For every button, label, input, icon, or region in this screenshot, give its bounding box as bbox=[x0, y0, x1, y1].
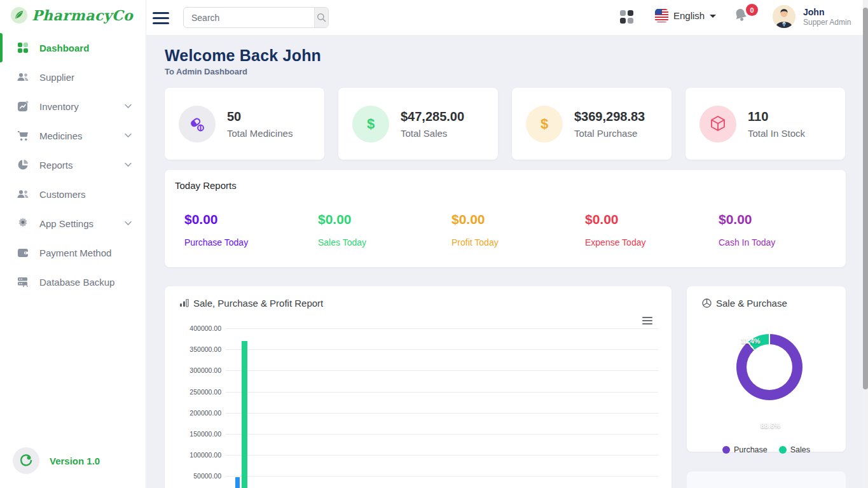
legend-dot-purchase bbox=[722, 446, 730, 454]
today-item-cash-in: $0.00 Cash In Today bbox=[719, 212, 852, 247]
chart-menu-icon[interactable] bbox=[642, 317, 652, 324]
notifications-button[interactable]: 0 bbox=[733, 6, 755, 28]
bar-chart-plot: 400000.00350000.00300000.00250000.002000… bbox=[177, 328, 661, 488]
people-icon bbox=[17, 71, 29, 83]
legend-item-purchase[interactable]: Purchase bbox=[722, 445, 768, 454]
sidebar-item-label: Reports bbox=[39, 160, 73, 171]
sidebar-item-payment-method[interactable]: Payment Method bbox=[0, 238, 146, 267]
version-footer: Version 1.0 bbox=[13, 447, 100, 474]
chevron-down-icon bbox=[125, 134, 132, 138]
donut-slice-label-sales: 11.4% bbox=[741, 337, 761, 345]
caret-down-icon bbox=[710, 15, 716, 18]
stat-label: Total Purchase bbox=[574, 128, 645, 139]
page-subtitle: To Admin Dashboard bbox=[165, 67, 247, 76]
stat-card-total-sales[interactable]: $ $47,285.00 Total Sales bbox=[338, 88, 498, 160]
sidebar-item-reports[interactable]: Reports bbox=[0, 150, 146, 179]
us-flag-icon bbox=[655, 9, 668, 22]
sidebar-item-database-backup[interactable]: Database Backup bbox=[0, 267, 146, 296]
search-icon bbox=[317, 13, 326, 22]
chevron-down-icon bbox=[125, 163, 132, 167]
search-input[interactable] bbox=[184, 13, 314, 23]
people-icon bbox=[17, 188, 29, 200]
sidebar-item-label: Database Backup bbox=[39, 277, 114, 288]
version-label: Version 1.0 bbox=[50, 456, 100, 466]
today-label: Cash In Today bbox=[719, 237, 852, 247]
stat-value: $47,285.00 bbox=[401, 109, 464, 124]
sidebar-item-medicines[interactable]: Medicines bbox=[0, 121, 146, 150]
search-bar bbox=[183, 7, 329, 28]
sidebar-nav: Dashboard Supplier Inventory Medicines bbox=[0, 33, 146, 296]
language-label: English bbox=[673, 10, 705, 21]
sidebar-item-inventory[interactable]: Inventory bbox=[0, 92, 146, 121]
donut-legend: Purchase Sales bbox=[687, 445, 846, 454]
language-selector[interactable]: English bbox=[655, 9, 716, 22]
page-scrollbar[interactable] bbox=[863, 0, 868, 488]
sidebar: PharmacyCo Dashboard Supplier Inventory bbox=[0, 0, 146, 488]
next-card-peek bbox=[687, 471, 846, 488]
page-title: Welcome Back John bbox=[165, 46, 321, 65]
sidebar-item-app-settings[interactable]: App Settings bbox=[0, 209, 146, 238]
dollar-icon: $ bbox=[352, 106, 389, 143]
sale-purchase-donut-card: Sale & Purchase 11.4% 88.6% Purchase Sal… bbox=[687, 286, 846, 452]
version-icon[interactable] bbox=[13, 447, 39, 474]
stat-label: Total Medicines bbox=[227, 128, 293, 139]
bar-sales[interactable] bbox=[235, 477, 240, 488]
stat-card-total-medicines[interactable]: 50 Total Medicines bbox=[165, 88, 324, 160]
database-icon bbox=[17, 275, 29, 288]
notification-badge: 0 bbox=[746, 4, 758, 16]
stat-card-total-in-stock[interactable]: 110 Total In Stock bbox=[685, 88, 845, 160]
gear-icon bbox=[17, 217, 29, 230]
today-value: $0.00 bbox=[318, 212, 451, 227]
sale-purchase-profit-chart-card: Sale, Purchase & Profit Report 400000.00… bbox=[165, 286, 672, 488]
today-item-profit: $0.00 Profit Today bbox=[451, 212, 585, 247]
cart-icon bbox=[17, 129, 29, 142]
stat-value: $369,298.83 bbox=[574, 109, 645, 124]
today-reports-title: Today Reports bbox=[175, 180, 237, 191]
pie-icon bbox=[702, 298, 712, 308]
today-value: $0.00 bbox=[585, 212, 719, 227]
avatar bbox=[773, 5, 796, 28]
stat-label: Total Sales bbox=[401, 128, 464, 139]
dollar-icon: $ bbox=[526, 106, 563, 143]
today-label: Sales Today bbox=[318, 237, 451, 247]
sidebar-item-label: Inventory bbox=[39, 101, 79, 112]
scrollbar-thumb[interactable] bbox=[863, 8, 868, 389]
app-name: PharmacyCo bbox=[32, 7, 133, 24]
bar-chart-icon bbox=[180, 299, 189, 307]
wallet-icon bbox=[17, 246, 29, 259]
sidebar-item-label: Supplier bbox=[39, 72, 74, 83]
today-value: $0.00 bbox=[719, 212, 852, 227]
today-label: Expense Today bbox=[585, 237, 719, 247]
bar-chart-title: Sale, Purchase & Profit Report bbox=[180, 298, 323, 309]
legend-dot-sales bbox=[779, 446, 787, 454]
donut-slice-label-purchase: 88.6% bbox=[761, 422, 780, 429]
app-logo[interactable]: PharmacyCo bbox=[10, 6, 133, 24]
donut-chart-title: Sale & Purchase bbox=[702, 298, 787, 309]
legend-item-sales[interactable]: Sales bbox=[779, 445, 810, 454]
sidebar-item-supplier[interactable]: Supplier bbox=[0, 62, 146, 92]
bar-purchase[interactable] bbox=[242, 341, 247, 488]
chevron-down-icon bbox=[125, 104, 132, 109]
sidebar-item-customers[interactable]: Customers bbox=[0, 179, 146, 209]
sidebar-item-label: App Settings bbox=[39, 218, 93, 229]
user-role: Supper Admin bbox=[803, 18, 851, 27]
today-item-expense: $0.00 Expense Today bbox=[585, 212, 719, 247]
today-item-purchase: $0.00 Purchase Today bbox=[184, 212, 318, 247]
dashboard-grid-icon bbox=[17, 41, 29, 54]
chart-line-icon bbox=[17, 100, 29, 113]
sidebar-item-label: Dashboard bbox=[39, 43, 89, 53]
user-menu[interactable]: John Supper Admin bbox=[773, 5, 851, 28]
today-value: $0.00 bbox=[451, 212, 585, 227]
search-button[interactable] bbox=[314, 8, 328, 27]
apps-grid-icon[interactable] bbox=[620, 10, 634, 24]
today-label: Purchase Today bbox=[184, 237, 318, 247]
sidebar-item-dashboard[interactable]: Dashboard bbox=[0, 33, 146, 62]
pie-chart-icon bbox=[17, 158, 29, 171]
pills-icon bbox=[179, 106, 216, 143]
sidebar-item-label: Medicines bbox=[39, 130, 83, 141]
today-reports-card: Today Reports $0.00 Purchase Today $0.00… bbox=[165, 170, 846, 267]
menu-toggle-button[interactable] bbox=[148, 9, 174, 27]
stat-card-total-purchase[interactable]: $ $369,298.83 Total Purchase bbox=[512, 88, 672, 160]
main-content: Welcome Back John To Admin Dashboard 50 … bbox=[146, 35, 868, 488]
user-name: John bbox=[803, 6, 851, 18]
